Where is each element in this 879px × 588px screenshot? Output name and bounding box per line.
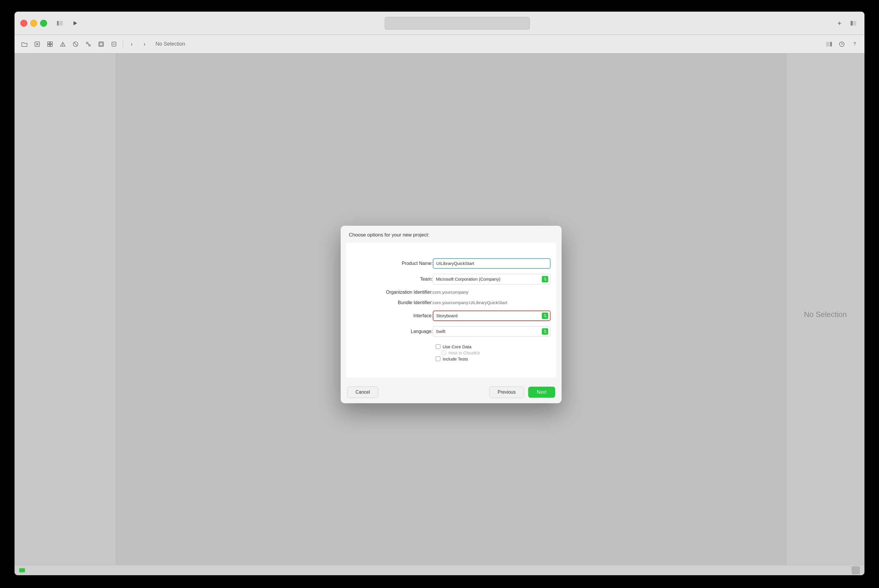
main-content: Choose options for your new project: Pro… <box>15 54 864 575</box>
svg-rect-1 <box>59 21 63 26</box>
svg-rect-25 <box>830 42 832 46</box>
interface-label: Interface: <box>352 309 433 322</box>
pen-button[interactable] <box>109 39 119 50</box>
bundle-identifier-row: Bundle Identifier: com.yourcompany.UILib… <box>352 299 550 306</box>
org-identifier-field: com.yourcompany <box>433 288 550 296</box>
host-in-cloudkit-label: Host in CloudKit <box>449 350 480 355</box>
status-icon <box>852 566 860 574</box>
org-identifier-value: com.yourcompany <box>433 288 469 296</box>
next-button[interactable]: Next <box>528 387 555 398</box>
include-tests-label: Include Tests <box>443 357 468 362</box>
center-panel: Choose options for your new project: Pro… <box>116 54 786 575</box>
status-bar-right <box>852 566 860 574</box>
include-tests-checkbox[interactable] <box>436 357 440 361</box>
nav-back-button[interactable]: ‹ <box>126 39 137 50</box>
history-button[interactable] <box>837 39 847 50</box>
traffic-lights <box>20 20 47 27</box>
language-label: Language: <box>352 325 433 338</box>
org-identifier-label: Organization Identifier: <box>352 288 433 296</box>
language-row: Language: Swift Objective-C ⇅ <box>352 325 550 338</box>
product-name-input[interactable] <box>433 258 550 269</box>
toolbar-divider-1 <box>123 40 123 48</box>
toolbar: ‹ › No Selection ? <box>15 35 864 54</box>
no-selection-label: No Selection <box>152 39 189 49</box>
warning-button[interactable] <box>57 39 68 50</box>
use-core-data-checkbox[interactable] <box>436 344 440 349</box>
host-in-cloudkit-row: Host in CloudKit <box>436 350 550 356</box>
host-in-cloudkit-checkbox[interactable] <box>442 350 446 355</box>
svg-point-17 <box>86 42 88 44</box>
search-bar <box>385 17 530 30</box>
language-select-wrapper: Swift Objective-C ⇅ <box>433 326 550 337</box>
interface-row: Interface: Storyboard SwiftUI ⇅ <box>352 309 550 322</box>
product-name-row: Product Name: <box>352 257 550 270</box>
folder-button[interactable] <box>19 39 30 50</box>
language-select[interactable]: Swift Objective-C <box>433 326 550 337</box>
right-panel-no-selection: No Selection <box>804 310 847 319</box>
new-project-dialog: Choose options for your new project: Pro… <box>341 226 562 403</box>
maximize-button[interactable] <box>40 20 47 27</box>
inspector-toggle-button[interactable] <box>824 39 834 50</box>
svg-line-19 <box>88 44 89 45</box>
checkboxes-field: Use Core Data Host in CloudKit <box>433 341 550 363</box>
right-panel: No Selection <box>786 54 864 575</box>
titlebar-right: + <box>834 18 859 28</box>
memory-button[interactable] <box>96 39 107 50</box>
help-button[interactable]: ? <box>849 39 860 50</box>
run-button[interactable] <box>70 18 80 28</box>
product-name-label: Product Name: <box>352 257 433 270</box>
svg-rect-0 <box>57 21 59 26</box>
svg-rect-9 <box>50 42 52 44</box>
svg-rect-21 <box>100 43 103 46</box>
interface-field: Storyboard SwiftUI ⇅ <box>433 309 550 322</box>
nav-forward-button[interactable]: › <box>139 39 150 50</box>
minimize-button[interactable] <box>30 20 37 27</box>
svg-rect-4 <box>853 21 856 26</box>
checkboxes-label <box>352 341 433 363</box>
bundle-identifier-value: com.yourcompany.UILibraryQuickStart <box>433 299 507 306</box>
org-identifier-row: Organization Identifier: com.yourcompany <box>352 288 550 296</box>
product-name-field <box>433 257 550 270</box>
team-select-wrapper: Microsoft Corporation (Company) ⇅ <box>433 274 550 284</box>
team-row: Team: Microsoft Corporation (Company) ⇅ <box>352 273 550 286</box>
stop-button[interactable] <box>71 39 81 50</box>
dialog-footer: Cancel Previous Next <box>341 382 562 403</box>
use-core-data-row: Use Core Data <box>436 344 550 350</box>
sidebar-toggle-button[interactable] <box>55 18 65 28</box>
language-field: Swift Objective-C ⇅ <box>433 325 550 338</box>
team-select[interactable]: Microsoft Corporation (Company) <box>433 274 550 284</box>
include-tests-row: Include Tests <box>436 356 550 362</box>
svg-rect-10 <box>48 45 50 46</box>
previous-button[interactable]: Previous <box>489 386 524 398</box>
hierarchy-button[interactable] <box>45 39 55 50</box>
footer-right: Previous Next <box>489 386 555 398</box>
add-button[interactable]: + <box>834 18 845 28</box>
interface-select-wrapper: Storyboard SwiftUI ⇅ <box>433 310 550 321</box>
svg-marker-2 <box>74 21 77 25</box>
bundle-identifier-field: com.yourcompany.UILibraryQuickStart <box>433 299 550 306</box>
status-bar <box>15 565 864 575</box>
form-table: Product Name: Team: <box>352 254 550 366</box>
layout-button[interactable] <box>848 18 859 28</box>
svg-point-18 <box>89 45 90 46</box>
xcode-window: + <box>15 12 864 575</box>
svg-rect-8 <box>48 42 50 44</box>
dialog-overlay: Choose options for your new project: Pro… <box>116 54 786 575</box>
team-field: Microsoft Corporation (Company) ⇅ <box>433 273 550 286</box>
svg-point-14 <box>63 45 63 46</box>
dialog-title: Choose options for your new project: <box>341 226 562 238</box>
svg-line-16 <box>74 42 77 46</box>
svg-rect-3 <box>850 21 853 26</box>
cancel-button[interactable]: Cancel <box>347 386 379 398</box>
svg-rect-11 <box>50 45 52 46</box>
titlebar: + <box>15 12 864 35</box>
close-button[interactable] <box>20 20 27 27</box>
svg-rect-24 <box>826 42 829 46</box>
bundle-identifier-label: Bundle Identifier: <box>352 299 433 306</box>
status-indicator <box>19 568 25 572</box>
close-tab-button[interactable] <box>32 39 42 50</box>
interface-select[interactable]: Storyboard SwiftUI <box>433 310 550 321</box>
dialog-body: Product Name: Team: <box>346 243 556 378</box>
use-core-data-label: Use Core Data <box>443 344 472 349</box>
git-button[interactable] <box>83 39 93 50</box>
